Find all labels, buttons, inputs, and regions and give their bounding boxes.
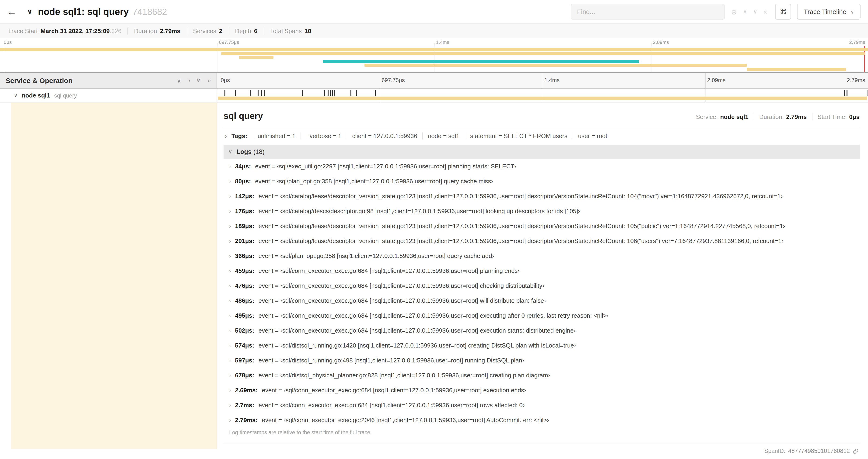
log-marker-tick — [224, 90, 225, 96]
summary-value-wrap: 6 — [254, 27, 257, 34]
span-highlight-column[interactable] — [11, 103, 217, 449]
chevron-down-icon[interactable]: ∨ — [14, 93, 18, 98]
summary-value: March 31 2022, 17:25:09 — [40, 27, 110, 34]
log-message: event = ‹sql/plan_opt.go:358 [nsql1,clie… — [258, 252, 494, 259]
log-timestamp: 34μs: — [235, 163, 251, 170]
trace-view-label: Trace Timeline — [804, 8, 846, 15]
log-marker-tick — [302, 90, 303, 96]
log-entry-row[interactable]: › 34μs: event = ‹sql/exec_util.go:2297 [… — [223, 159, 860, 173]
tags-label: Tags: — [231, 132, 247, 139]
log-message: event = ‹sql/catalog/lease/descriptor_ve… — [258, 192, 783, 199]
chevron-down-icon: ∨ — [228, 148, 232, 155]
gridline — [542, 89, 543, 102]
log-message: event = ‹sql/conn_executor_exec.go:2046 … — [262, 416, 549, 423]
logs-title-wrap: Logs (18) — [237, 148, 265, 155]
minimap-span-bar — [239, 56, 274, 59]
chevron-right-icon: › — [229, 163, 231, 169]
chevron-right-icon: › — [229, 358, 231, 363]
log-timestamp: 189μs: — [235, 222, 254, 229]
collapse-header-chevron-icon[interactable]: ∨ — [27, 8, 32, 15]
log-marker-tick — [235, 90, 236, 96]
log-timestamp: 476μs: — [235, 282, 254, 289]
minimap-span-bar — [221, 52, 865, 55]
log-timestamp: 176μs: — [235, 207, 254, 214]
summary-item: Total Spans 10 — [264, 27, 317, 34]
logs-section-header[interactable]: ∨ Logs (18) — [223, 144, 860, 159]
summary-item: Depth 6 — [228, 27, 264, 34]
find-input[interactable] — [571, 4, 725, 20]
log-message: event = ‹sql/conn_executor_exec.go:684 [… — [262, 387, 526, 393]
summary-label: Services — [193, 27, 216, 34]
span-row-name-cell[interactable]: ∨ node sql1 sql query — [0, 89, 217, 102]
summary-value-fraction: .326 — [110, 27, 122, 34]
trace-view-selector-button[interactable]: Trace Timeline ∨ — [797, 4, 861, 20]
log-entry-row[interactable]: › 201μs: event = ‹sql/catalog/lease/desc… — [223, 233, 860, 248]
log-entry-row[interactable]: › 476μs: event = ‹sql/conn_executor_exec… — [223, 278, 860, 293]
log-entry-row[interactable]: › 2.7ms: event = ‹sql/conn_executor_exec… — [223, 397, 860, 412]
log-entry-row[interactable]: › 2.69ms: event = ‹sql/conn_executor_exe… — [223, 383, 860, 397]
log-entry-row[interactable]: › 486μs: event = ‹sql/conn_executor_exec… — [223, 293, 860, 308]
log-message: event = ‹sql/conn_executor_exec.go:684 [… — [258, 312, 609, 319]
focus-result-icon[interactable]: ⊕ — [731, 8, 737, 15]
log-timestamp: 366μs: — [235, 252, 254, 259]
summary-label: Duration — [134, 27, 157, 34]
timeline-time-axis: 0μs697.75μs1.4ms2.09ms2.79ms — [217, 73, 868, 88]
trace-id: 7418682 — [132, 7, 167, 17]
log-entry-row[interactable]: › 2.79ms: event = ‹sql/conn_executor_exe… — [223, 412, 860, 427]
minimap-canvas[interactable] — [0, 46, 868, 73]
log-marker-tick — [350, 90, 351, 96]
log-entry-row[interactable]: › 142μs: event = ‹sql/catalog/lease/desc… — [223, 189, 860, 203]
chevron-right-icon: › — [229, 328, 231, 333]
log-entry-row[interactable]: › 176μs: event = ‹sql/catalog/descs/desc… — [223, 203, 860, 218]
log-marker-tick — [846, 90, 847, 96]
log-entry-row[interactable]: › 597μs: event = ‹sql/distsql_running.go… — [223, 353, 860, 368]
log-timestamp: 574μs: — [235, 342, 254, 349]
header-actions: ⊕ ∧ ∨ × ⌘ Trace Timeline ∨ — [571, 4, 861, 20]
clear-search-icon[interactable]: × — [763, 8, 768, 15]
back-arrow-button[interactable]: ← — [5, 6, 19, 17]
collapse-all-icon[interactable]: » — [196, 79, 202, 82]
log-entry-row[interactable]: › 459μs: event = ‹sql/conn_executor_exec… — [223, 263, 860, 278]
log-timestamp: 2.69ms: — [235, 387, 257, 393]
log-entry-row[interactable]: › 189μs: event = ‹sql/catalog/lease/desc… — [223, 218, 860, 233]
log-entry-row[interactable]: › 495μs: event = ‹sql/conn_executor_exec… — [223, 308, 860, 323]
log-message: event = ‹sql/conn_executor_exec.go:684 [… — [258, 327, 576, 334]
logs-footnote: Log timestamps are relative to the start… — [223, 427, 860, 440]
collapse-one-icon[interactable]: ∨ — [177, 77, 181, 84]
log-entry-row[interactable]: › 678μs: event = ‹sql/distsql_physical_p… — [223, 368, 860, 383]
deep-link-icon[interactable] — [852, 448, 859, 454]
log-entry-row[interactable]: › 574μs: event = ‹sql/distsql_running.go… — [223, 338, 860, 353]
log-marker-tick — [330, 90, 331, 96]
prev-result-icon[interactable]: ∧ — [743, 9, 747, 14]
keyboard-shortcuts-button[interactable]: ⌘ — [775, 4, 791, 20]
expand-one-icon[interactable]: › — [188, 77, 190, 84]
span-row-track[interactable] — [217, 89, 868, 102]
minimap-time-axis: 0μs697.75μs1.4ms2.09ms2.79ms — [0, 38, 868, 46]
tag-item: user = root — [572, 132, 612, 139]
log-marker-tick — [375, 90, 376, 96]
timeline-grid-header: Service & Operation ∨ › » » 0μs697.75μs1… — [0, 73, 868, 89]
chevron-right-icon: › — [229, 283, 231, 289]
meta-item: Service: node sql1 — [691, 113, 753, 120]
span-id-value: 4877749850101760812 — [788, 448, 850, 454]
log-entry-row[interactable]: › 366μs: event = ‹sql/plan_opt.go:358 [n… — [223, 248, 860, 263]
span-detail-header: sql query Service: node sql1 Duration: 2… — [223, 107, 860, 127]
log-timestamp: 201μs: — [235, 237, 254, 244]
chevron-right-icon: › — [229, 178, 231, 184]
log-message: event = ‹sql/exec_util.go:2297 [nsql1,cl… — [255, 163, 516, 170]
tags-row[interactable]: › Tags: _unfinished = 1 _verbose = 1 cli… — [223, 127, 860, 144]
summary-value: 2.79ms — [160, 27, 180, 34]
log-entry-row[interactable]: › 80μs: event = ‹sql/plan_opt.go:358 [ns… — [223, 173, 860, 189]
next-result-icon[interactable]: ∨ — [753, 9, 757, 14]
summary-value-wrap: March 31 2022, 17:25:09.326 — [40, 27, 122, 34]
span-operation-name: sql query — [54, 92, 77, 99]
tag-item: statement = SELECT * FROM users — [465, 132, 572, 139]
log-message: event = ‹sql/catalog/lease/descriptor_ve… — [258, 222, 785, 229]
chevron-right-icon: › — [229, 372, 231, 378]
expand-all-icon[interactable]: » — [208, 77, 211, 84]
log-entries: › 34μs: event = ‹sql/exec_util.go:2297 [… — [223, 159, 860, 427]
meta-item: Start Time: 0μs — [812, 113, 860, 120]
log-entry-row[interactable]: › 502μs: event = ‹sql/conn_executor_exec… — [223, 323, 860, 338]
span-duration-bar[interactable] — [218, 97, 867, 100]
chevron-right-icon: › — [229, 223, 231, 229]
